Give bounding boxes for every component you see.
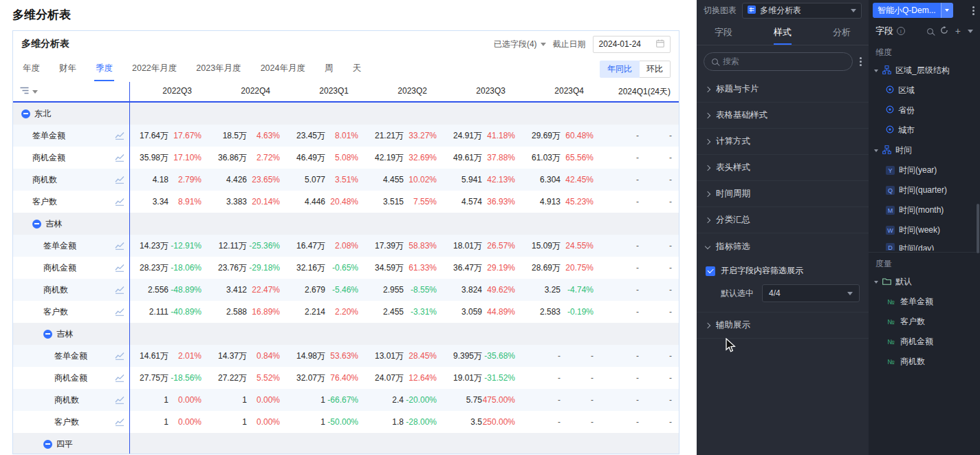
table-cell: 4.42623.65% [208,169,287,191]
chart-type-select[interactable]: 多维分析表 [742,3,862,19]
group-label-cell[interactable]: 吉林 [13,323,130,345]
table-cell: 6.30442.45% [522,169,600,191]
checkbox-label: 开启字段内容筛选展示 [721,265,803,277]
style-section[interactable]: 分类汇总 [697,207,869,233]
dimension-field-item[interactable]: Q时间(quarter) [869,180,980,200]
cell-percent: 5.52% [247,373,280,383]
refresh-icon[interactable] [940,26,948,36]
table-corner-cell[interactable] [13,82,130,101]
style-section-metric-filter[interactable]: 指标筛选 [697,233,869,260]
dimension-field-item[interactable]: 区域_层级结构 [869,61,980,81]
more-options-icon[interactable] [860,61,862,63]
style-section[interactable]: 辅助展示 [697,313,869,339]
dimension-field-item[interactable]: 城市 [869,120,980,140]
trend-chart-icon[interactable] [115,374,124,384]
metric-label-cell: 签单金额 [13,235,130,257]
selected-fields-dropdown[interactable]: 已选字段(4) [494,39,546,50]
checkbox-checked-icon[interactable] [706,266,715,276]
config-tab[interactable]: 样式 [774,21,792,45]
trend-chart-icon[interactable] [115,396,124,406]
cell-value: 29.69万 [522,130,560,142]
period-tab[interactable]: 季度 [94,57,114,81]
config-tab[interactable]: 分析 [833,21,851,45]
scrollbar-thumb[interactable] [977,204,979,253]
dimension-field-item[interactable]: Y时间(year) [869,160,980,180]
cell-value: 3.34 [130,197,168,207]
trend-chart-icon[interactable] [115,352,124,362]
cell-percent: -18.56% [168,373,202,383]
measure-field-item[interactable]: №客户数 [869,312,980,332]
cell-value: 49.61万 [444,152,482,164]
row-label: 客户数 [43,306,68,318]
table-chart-icon [748,6,756,16]
chevron-down-icon[interactable] [968,30,973,33]
cell-percent: 2.01% [168,351,202,361]
group-label-cell[interactable]: 东北 [13,103,130,125]
period-tab[interactable]: 2024年月度 [259,57,307,81]
add-field-icon[interactable]: + [955,26,961,36]
search-icon[interactable] [927,28,933,34]
default-selected-dropdown[interactable]: 4/4 [762,284,860,302]
measure-field-icon: № [886,318,896,326]
collapse-toggle-icon[interactable] [43,440,52,449]
collapse-toggle-icon[interactable] [21,109,30,118]
period-tab[interactable]: 财年 [58,57,78,81]
measure-field-item[interactable]: №商机金额 [869,332,980,352]
collapse-toggle-icon[interactable] [43,330,52,339]
group-label-cell[interactable]: 吉林 [13,213,130,235]
chevron-right-icon [705,165,710,170]
style-section[interactable]: 表格基础样式 [697,103,869,129]
compare-toggle-button[interactable]: 年同比 [600,61,640,78]
filter-display-checkbox-row[interactable]: 开启字段内容筛选展示 [706,261,860,284]
compare-toggle-button[interactable]: 环比 [640,61,671,78]
ai-assistant-caret[interactable] [941,3,953,18]
info-icon: i [897,27,905,35]
cell-value: 2.556 [130,285,168,295]
dimension-field-item[interactable]: 区域 [869,81,980,100]
group-row-filler [130,103,679,125]
measure-field-item[interactable]: №签单金额 [869,292,980,312]
dimension-field-item[interactable]: M时间(month) [869,200,980,220]
cell-value: 19.01万 [444,372,482,384]
more-options-icon[interactable] [972,10,974,12]
collapse-toggle-icon[interactable] [32,220,41,229]
cell-value: - [522,351,560,361]
trend-chart-icon[interactable] [115,264,124,274]
trend-chart-icon[interactable] [115,286,124,296]
dimension-field-item[interactable]: W时间(week) [869,220,980,240]
dimension-field-item[interactable]: 时间 [869,140,980,160]
style-search-input[interactable]: 搜索 [704,52,853,71]
cell-percent: 61.33% [404,263,437,273]
trend-chart-icon[interactable] [115,176,124,186]
period-tab[interactable]: 2023年月度 [195,57,242,81]
period-tab[interactable]: 天 [351,57,362,81]
style-section[interactable]: 计算方式 [697,129,869,155]
trend-chart-icon[interactable] [115,154,124,164]
style-section[interactable]: 标题与卡片 [697,76,869,103]
trend-chart-icon[interactable] [115,418,124,428]
cell-value: 1 [130,417,168,427]
dimension-field-item[interactable]: D时间(day) [869,240,980,251]
trend-chart-icon[interactable] [115,308,124,318]
group-label-cell[interactable]: 四平 [13,433,130,454]
caret-down-icon [874,149,878,152]
table-cell: 3.25-4.74% [522,279,600,301]
trend-chart-icon[interactable] [115,242,124,252]
measure-field-item[interactable]: 默认 [869,272,980,292]
period-tab[interactable]: 年度 [21,57,41,81]
deadline-date-picker[interactable]: 2024-01-24 [593,36,671,53]
config-tab[interactable]: 字段 [715,21,732,45]
period-tab[interactable]: 周 [323,57,335,81]
cell-value: - [522,417,560,427]
trend-chart-icon[interactable] [115,131,124,142]
column-header: 2023Q2 [365,86,444,98]
cell-value: 3.824 [444,285,482,295]
cell-percent: -3.31% [404,307,437,317]
period-tab[interactable]: 2022年月度 [131,57,178,81]
measure-field-item[interactable]: №商机数 [869,352,980,372]
style-section[interactable]: 表头样式 [697,155,869,181]
trend-chart-icon[interactable] [115,198,124,208]
dimension-field-item[interactable]: 省份 [869,100,980,120]
ai-assistant-button[interactable]: 智能小Q-Dem... [873,3,953,18]
style-section[interactable]: 时间周期 [697,181,869,207]
